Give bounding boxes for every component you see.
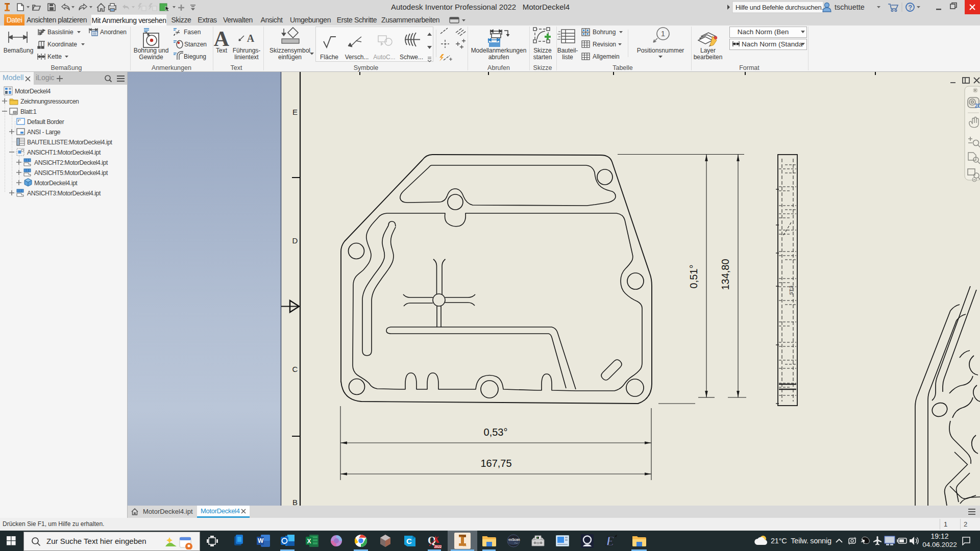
svg-text:2D: 2D: [975, 103, 980, 109]
svg-text:Modellanmerkungen: Modellanmerkungen: [471, 47, 527, 54]
svg-text:Bemaßung: Bemaßung: [4, 47, 34, 54]
svg-text:Fasen: Fasen: [184, 29, 201, 36]
svg-text:Koordinate: Koordinate: [47, 41, 77, 48]
svg-text:Text: Text: [216, 47, 228, 54]
svg-text:AutoC...: AutoC...: [373, 54, 395, 61]
svg-text:Layer: Layer: [700, 47, 716, 54]
svg-text:ANSICHT1:MotorDeckel4.ipt: ANSICHT1:MotorDeckel4.ipt: [27, 149, 101, 156]
svg-text:linientext: linientext: [234, 54, 259, 61]
svg-text:ST:3: ST:3: [789, 286, 794, 295]
svg-text:Format: Format: [739, 64, 760, 71]
svg-text:Abrufen: Abrufen: [487, 64, 510, 71]
svg-text:Fläche: Fläche: [320, 54, 338, 61]
svg-text:ANSICHT5:MotorDeckel4.ipt: ANSICHT5:MotorDeckel4.ipt: [34, 169, 108, 177]
svg-text:liste: liste: [562, 54, 573, 61]
svg-text:Biegung: Biegung: [184, 53, 206, 60]
svg-text:Bauteil-: Bauteil-: [557, 47, 578, 54]
svg-text:D: D: [292, 236, 298, 245]
svg-text:Bohrung: Bohrung: [593, 29, 616, 36]
svg-text:W: W: [258, 537, 264, 544]
svg-text:Anmerkungen: Anmerkungen: [152, 64, 191, 71]
svg-text:134,80: 134,80: [720, 259, 731, 290]
svg-text:Zeichnungsressourcen: Zeichnungsressourcen: [20, 98, 79, 105]
svg-text:E: E: [292, 108, 298, 116]
svg-text:167,75: 167,75: [480, 458, 511, 469]
svg-text:Revision: Revision: [593, 41, 616, 48]
svg-text:ANSI - Large: ANSI - Large: [27, 129, 61, 136]
svg-text:Stanzen: Stanzen: [184, 41, 207, 48]
svg-text:ANSICHT2:MotorDeckel4.ipt: ANSICHT2:MotorDeckel4.ipt: [34, 159, 108, 166]
svg-text:C: C: [406, 537, 412, 545]
svg-text:bearbeiten: bearbeiten: [694, 54, 723, 61]
svg-text:Bohrung und: Bohrung und: [134, 47, 169, 54]
svg-text:MotorDeckel4: MotorDeckel4: [15, 88, 51, 95]
svg-text:C: C: [292, 365, 298, 373]
svg-text:Bemaßung: Bemaßung: [51, 64, 82, 71]
svg-text:Basislinie: Basislinie: [47, 29, 74, 36]
svg-text:Skizzensymbol: Skizzensymbol: [270, 47, 310, 54]
svg-text:Allgemein: Allgemein: [593, 53, 620, 60]
svg-text:Schwe...: Schwe...: [400, 54, 423, 61]
svg-text:Anordnen: Anordnen: [100, 29, 127, 36]
svg-text:2022: 2022: [434, 545, 442, 548]
svg-text:MotorDeckel4.ipt: MotorDeckel4.ipt: [34, 180, 78, 187]
svg-text:tschuette: tschuette: [835, 3, 865, 11]
svg-text:Nach Norm (Standa: Nach Norm (Standa: [742, 40, 803, 48]
svg-text:Kette: Kette: [47, 53, 62, 60]
svg-text:Positionsnummer: Positionsnummer: [637, 47, 684, 54]
svg-text:ANSICHT3:MotorDeckel4.ipt: ANSICHT3:MotorDeckel4.ipt: [27, 190, 101, 197]
svg-text:1: 1: [661, 29, 665, 38]
svg-text:Versch...: Versch...: [345, 54, 369, 61]
svg-text:Skizze: Skizze: [533, 47, 552, 54]
svg-text:Tabelle: Tabelle: [612, 64, 633, 71]
svg-text:starten: starten: [533, 54, 552, 61]
svg-text:Default Border: Default Border: [27, 118, 64, 126]
svg-text:abrufen: abrufen: [488, 54, 509, 61]
svg-text:0,51°: 0,51°: [688, 265, 699, 289]
svg-text:BAUTEILLISTE:MotorDeckel4.ipt: BAUTEILLISTE:MotorDeckel4.ipt: [27, 139, 113, 146]
svg-text:exScan: exScan: [508, 538, 520, 541]
svg-text:A: A: [247, 33, 255, 44]
svg-text:090: 090: [463, 544, 467, 547]
svg-text:?: ?: [909, 4, 913, 11]
svg-text:Nach Norm (Ben: Nach Norm (Ben: [738, 28, 789, 36]
svg-text:Gewinde: Gewinde: [139, 54, 163, 61]
svg-text:Hilfe und Befehle durchsuchen.: Hilfe und Befehle durchsuchen..: [736, 4, 825, 11]
svg-text:0,53°: 0,53°: [484, 427, 508, 438]
svg-text:Text: Text: [231, 64, 242, 71]
svg-text:einfügen: einfügen: [278, 54, 302, 61]
svg-text:Blatt:1: Blatt:1: [20, 108, 37, 115]
svg-text:Führungs-: Führungs-: [233, 47, 261, 54]
svg-text:Pro: Pro: [514, 542, 518, 544]
svg-text:X: X: [307, 538, 311, 545]
svg-text:Skizze: Skizze: [533, 64, 552, 71]
svg-text:E: E: [605, 534, 615, 548]
svg-text:B: B: [292, 498, 298, 506]
svg-text:Symbole: Symbole: [354, 64, 379, 71]
